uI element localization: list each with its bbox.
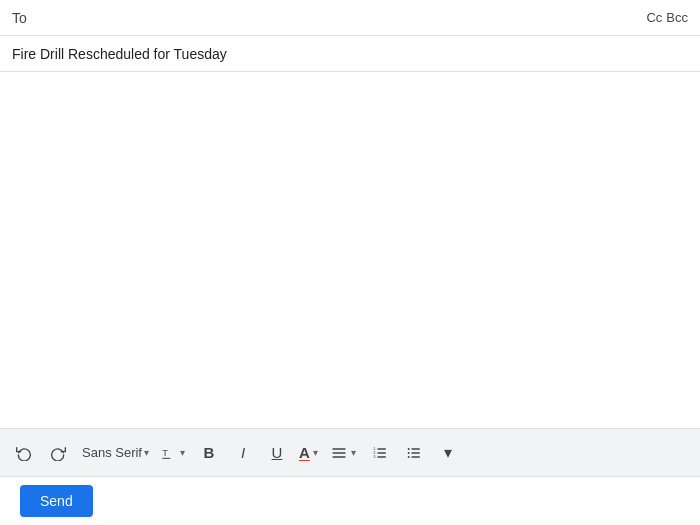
to-row: To Cc Bcc [0,0,700,36]
text-size-button[interactable]: T ▾ [157,441,191,465]
text-color-label: A [299,444,310,461]
send-area: Send [0,476,700,525]
svg-text:T: T [162,447,168,457]
redo-button[interactable] [42,437,74,469]
undo-button[interactable] [8,437,40,469]
font-selector-arrow: ▾ [144,447,149,458]
numbered-list-button[interactable]: 1. 2. 3. [364,437,396,469]
text-size-arrow: ▾ [178,447,187,458]
italic-button[interactable]: I [227,437,259,469]
subject-row [0,36,700,72]
to-input[interactable] [33,10,647,26]
to-label: To [12,10,27,26]
bold-icon: B [204,444,215,461]
bulleted-list-button[interactable] [398,437,430,469]
svg-text:3.: 3. [373,454,376,459]
svg-point-14 [407,448,409,450]
compose-window: To Cc Bcc Sans Serif ▾ [0,0,700,525]
send-button[interactable]: Send [20,485,93,517]
bcc-link[interactable]: Bcc [666,10,688,25]
svg-point-15 [407,452,409,454]
cc-bcc-links: Cc Bcc [646,10,688,25]
italic-icon: I [241,444,245,461]
subject-input[interactable] [12,46,688,62]
body-area[interactable] [0,72,700,428]
text-color-arrow: ▾ [311,447,320,458]
svg-point-16 [407,456,409,458]
align-arrow: ▾ [349,447,358,458]
bold-button[interactable]: B [193,437,225,469]
align-button[interactable]: ▾ [326,441,362,465]
formatting-toolbar: Sans Serif ▾ T ▾ B I U A ▾ [0,428,700,476]
underline-button[interactable]: U [261,437,293,469]
font-name-label: Sans Serif [82,445,142,460]
font-family-selector[interactable]: Sans Serif ▾ [76,441,155,464]
more-formatting-button[interactable]: ▾ [432,437,464,469]
underline-icon: U [272,444,283,461]
text-color-button[interactable]: A ▾ [295,440,324,465]
cc-link[interactable]: Cc [646,10,662,25]
more-formatting-arrow: ▾ [444,443,452,462]
